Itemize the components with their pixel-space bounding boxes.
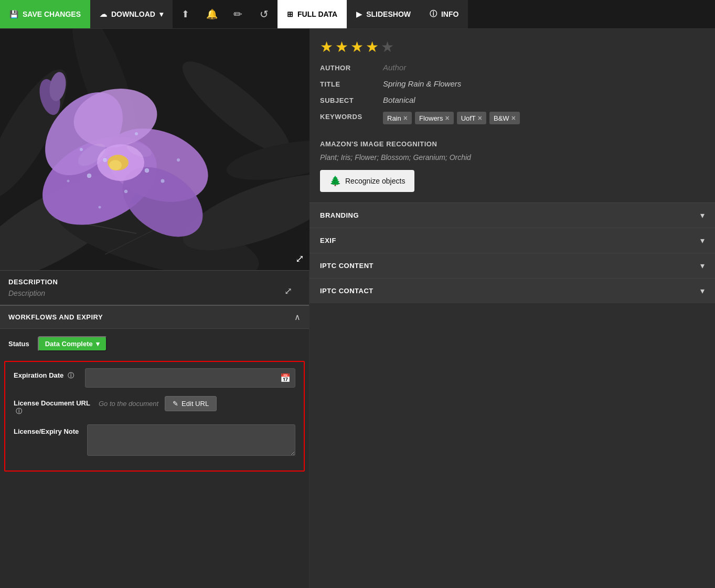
svg-point-21 [103, 158, 107, 162]
keyword-label: B&W [494, 114, 509, 122]
collapsible-header-3[interactable]: IPTC CONTACT ▾ [310, 279, 715, 303]
workflows-section: WORKFLOWS AND EXPIRY ∧ Status Data Compl… [0, 305, 309, 588]
collapsible-section-2: IPTC CONTENT ▾ [310, 253, 715, 278]
calendar-icon[interactable]: 📅 [280, 373, 291, 383]
expiration-date-input[interactable] [90, 371, 280, 385]
collapsible-section-1: EXIF ▾ [310, 228, 715, 253]
slideshow-button[interactable]: ▶ SLIDESHOW [347, 0, 420, 28]
description-expand-icon[interactable]: ⤢ [284, 285, 292, 297]
right-panel: ★ ★ ★ ★ ★ AUTHOR Author TITLE Spring Rai… [310, 29, 715, 588]
svg-point-23 [145, 168, 149, 173]
collapsible-header-2[interactable]: IPTC CONTENT ▾ [310, 253, 715, 278]
left-panel: ⤢ DESCRIPTION Description ⤢ WORKFLOWS AN… [0, 29, 310, 588]
subject-value: Botanical [383, 95, 705, 104]
author-key: AUTHOR [320, 63, 383, 72]
main-content: ⤢ DESCRIPTION Description ⤢ WORKFLOWS AN… [0, 29, 715, 588]
license-expiry-textarea[interactable] [87, 424, 295, 456]
keyword-remove-3[interactable]: × [511, 114, 516, 122]
license-url-label: License Document URL ⓘ [14, 396, 90, 416]
upload-button[interactable]: ⬆ [173, 0, 199, 28]
collapsible-title-1: EXIF [320, 237, 336, 244]
title-value: Spring Rain & Flowers [383, 79, 705, 88]
svg-point-27 [135, 132, 138, 135]
recognize-button[interactable]: 🌲 Recognize objects [320, 170, 414, 192]
bell-button[interactable]: 🔔 [199, 0, 225, 28]
collapsible-title-0: BRANDING [320, 211, 359, 219]
collapsible-section-0: BRANDING ▾ [310, 202, 715, 228]
chevron-down-icon-3: ▾ [700, 286, 705, 296]
status-badge[interactable]: Data Complete ▾ [38, 336, 107, 351]
collapsible-header-1[interactable]: EXIF ▾ [310, 228, 715, 253]
collapsible-section-3: IPTC CONTACT ▾ [310, 278, 715, 303]
image-container: ⤢ [0, 29, 310, 270]
star-5[interactable]: ★ [381, 38, 394, 56]
subject-row: SUBJECT Botanical [320, 95, 705, 104]
svg-point-24 [80, 148, 83, 151]
description-label: DESCRIPTION [8, 278, 301, 286]
keyword-label: UofT [461, 114, 476, 122]
slideshow-label: SLIDESHOW [366, 10, 411, 18]
chevron-down-icon-2: ▾ [700, 261, 705, 271]
title-key: TITLE [320, 79, 383, 88]
description-value: Description [8, 289, 301, 297]
info-circle-icon: ⓘ [430, 9, 437, 19]
upload-icon: ⬆ [182, 8, 189, 20]
license-url-row: License Document URL ⓘ Go to the documen… [14, 396, 295, 416]
tree-icon: 🌲 [329, 175, 341, 187]
chevron-down-icon-1: ▾ [700, 236, 705, 245]
keyword-tag: Rain× [383, 112, 412, 124]
keyword-tag: UofT× [457, 112, 486, 124]
amazon-section: AMAZON'S IMAGE RECOGNITION Plant; Iris; … [310, 140, 715, 202]
description-section: DESCRIPTION Description ⤢ [0, 270, 309, 305]
download-button[interactable]: ☁ DOWNLOAD ▾ [90, 0, 173, 28]
svg-point-20 [87, 174, 91, 178]
collapsible-title-2: IPTC CONTENT [320, 262, 373, 270]
keyword-tag: Flowers× [415, 112, 454, 124]
star-1[interactable]: ★ [320, 38, 333, 56]
bell-icon: 🔔 [206, 8, 218, 20]
keyword-remove-1[interactable]: × [445, 114, 449, 122]
svg-point-25 [161, 179, 165, 183]
status-value: Data Complete [45, 340, 93, 348]
keyword-label: Rain [387, 114, 401, 122]
full-data-label: FULL DATA [297, 10, 337, 18]
status-dropdown-icon: ▾ [96, 340, 100, 348]
keyword-label: Flowers [419, 114, 443, 122]
expand-icon[interactable]: ⤢ [295, 252, 304, 265]
expiration-label: Expiration Date ⓘ [14, 368, 77, 380]
keyword-remove-2[interactable]: × [478, 114, 482, 122]
go-to-doc-text: Go to the document [99, 400, 158, 408]
subject-key: SUBJECT [320, 95, 383, 104]
rotate-icon: ↺ [260, 8, 269, 20]
keywords-key: KEYWORDS [320, 112, 383, 121]
keyword-remove-0[interactable]: × [403, 114, 408, 122]
star-4[interactable]: ★ [366, 38, 379, 56]
amazon-text: Plant; Iris; Flower; Blossom; Geranium; … [320, 153, 705, 162]
edit-pen-icon: ✎ [173, 400, 178, 408]
keywords-container: Rain×Flowers×UofT×B&W× [383, 112, 520, 124]
expiration-info-icon[interactable]: ⓘ [68, 372, 74, 379]
full-data-button[interactable]: ⊞ FULL DATA [278, 0, 347, 28]
toolbar: 💾 SAVE CHANGES ☁ DOWNLOAD ▾ ⬆ 🔔 ✏ ↺ ⊞ FU… [0, 0, 715, 29]
status-row: Status Data Complete ▾ [0, 329, 309, 359]
collapsible-header-0[interactable]: BRANDING ▾ [310, 203, 715, 228]
license-url-info-icon[interactable]: ⓘ [16, 408, 22, 415]
save-button[interactable]: 💾 SAVE CHANGES [0, 0, 90, 28]
download-icon: ☁ [100, 10, 107, 18]
rotate-button[interactable]: ↺ [251, 0, 278, 28]
star-3[interactable]: ★ [350, 38, 364, 56]
chevron-down-icon-0: ▾ [700, 210, 705, 220]
full-data-icon: ⊞ [287, 10, 293, 18]
svg-point-19 [109, 160, 122, 170]
workflows-collapse-icon[interactable]: ∧ [294, 312, 301, 322]
author-value: Author [383, 63, 705, 72]
svg-point-26 [99, 206, 101, 209]
author-row: AUTHOR Author [320, 63, 705, 72]
svg-point-29 [177, 158, 180, 162]
info-button[interactable]: ⓘ INFO [420, 0, 468, 28]
star-2[interactable]: ★ [335, 38, 348, 56]
flower-image [0, 29, 310, 270]
pen-button[interactable]: ✏ [225, 0, 251, 28]
edit-url-button[interactable]: ✎ Edit URL [165, 396, 217, 411]
collapsible-sections: BRANDING ▾ EXIF ▾ IPTC CONTENT ▾ IPTC CO… [310, 202, 715, 303]
